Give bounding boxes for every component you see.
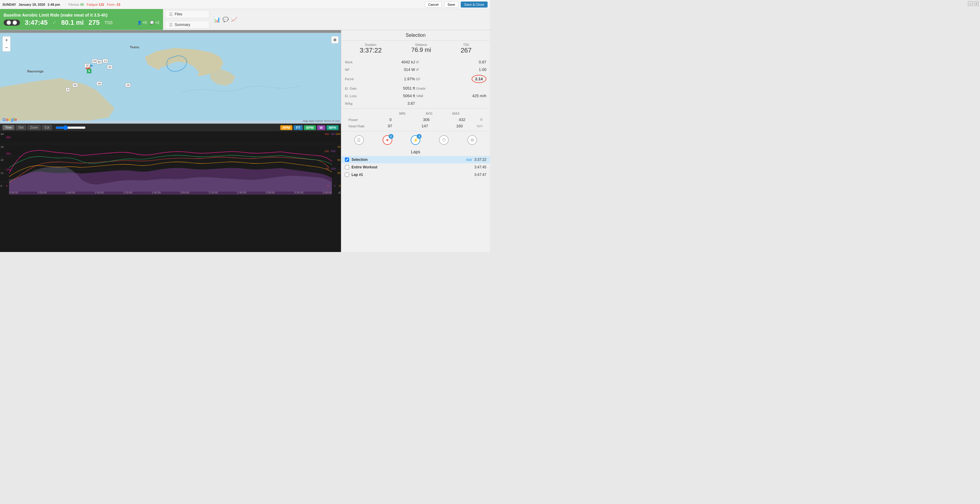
resize-handle[interactable]: ◢ (337, 190, 340, 194)
x-label-20: 0:20:00 (38, 191, 47, 194)
y-label-300: 300 (6, 136, 11, 139)
kudos-icon: 👤 (137, 21, 142, 25)
layer-button[interactable]: ⊞ (331, 36, 339, 43)
chart-toolbar: Time Dist Zoom Cut RPM FT BPM W MPH (0, 124, 341, 131)
ef-metric: EF 2.14 (416, 74, 487, 84)
chart-slider[interactable] (56, 125, 86, 130)
x-label-80: 1:20:00 (123, 191, 132, 194)
y-right-656: 656 (331, 150, 336, 153)
rpm-tag[interactable]: RPM (280, 125, 293, 130)
y-right-25: 25 (336, 171, 340, 174)
lap1-checkbox[interactable] (345, 172, 349, 177)
summary-icon: ☰ (169, 22, 173, 27)
distance-stat: Distance 76.9 mi (411, 43, 431, 54)
laps-title: Laps (341, 148, 490, 156)
selection-lap-time: 3:37:22 (474, 158, 486, 162)
summary-button[interactable]: ☰ Summary (165, 21, 209, 29)
main-stats-row: Duration 3:37:22 Distance 76.9 mi TSS 26… (341, 41, 490, 57)
y-right-100-3: 100 (336, 132, 340, 136)
y-right-75: 75 (336, 145, 340, 148)
form-value: -15 (116, 3, 120, 6)
bolt-icon-btn[interactable]: ⚡ 3 (410, 135, 420, 145)
time-label: 1:48 pm (48, 3, 60, 6)
zoom-in-button[interactable]: + (3, 37, 10, 44)
start-marker: S (87, 69, 91, 73)
files-icon: ☰ (169, 12, 173, 17)
save-button[interactable]: Save (444, 2, 458, 8)
gear-icon: ⚙ (468, 135, 477, 145)
gear-icon-btn[interactable]: ⚙ (468, 135, 477, 145)
y-right-50: 50 (336, 158, 340, 161)
fitness-label: Fitness (68, 3, 79, 6)
y-right-50: 50 (325, 167, 329, 170)
header-tss: 275 (88, 19, 100, 27)
cancel-button[interactable]: Cancel (425, 2, 442, 8)
x-label-120: 2:00:00 (180, 191, 189, 194)
zoom-button[interactable]: Zoom (27, 125, 41, 130)
bar-chart-icon[interactable]: 📊 (214, 16, 220, 23)
form-label: Form (107, 3, 115, 6)
entire-workout-row[interactable]: Entire Workout 3:47:45 (341, 164, 490, 171)
lap1-row[interactable]: Lap #1 3:47:47 (341, 171, 490, 179)
y-label-11: 11 (1, 171, 4, 174)
label-56: 56 (72, 83, 78, 87)
selection-title: Selection (341, 30, 490, 41)
entire-workout-label: Entire Workout (352, 165, 474, 169)
cut-button[interactable]: Cut (42, 125, 52, 130)
toggle-icon[interactable] (4, 20, 20, 26)
selection-lap-row[interactable]: Selection Add 3:37:22 (341, 156, 490, 164)
if2-metric: IF 1.00 (416, 66, 487, 73)
duration-stat: Duration 3:37:22 (360, 43, 382, 54)
label-80: 80 (97, 60, 102, 64)
x-label-0: 0:00:00 (9, 191, 18, 194)
kudos-badge: 👤 ×5 (137, 21, 147, 25)
add-button[interactable]: Add (466, 158, 472, 161)
clock-icon-btn[interactable]: ⏱ (439, 135, 449, 145)
zoom-controls[interactable]: + − (2, 36, 11, 52)
date-label: January 19, 2020 (18, 3, 45, 6)
x-label-160: 2:40:00 (237, 191, 246, 194)
save-close-button[interactable]: Save & Close (461, 2, 488, 8)
place-naunonga: Naunonga (27, 69, 43, 73)
label-16: 16 (125, 83, 130, 87)
if-metric: IF 0.87 (416, 59, 487, 65)
wkg-metric: W/kg 3.87 (345, 100, 415, 107)
zoom-out-button[interactable]: − (3, 44, 10, 51)
hr-stats-row: Heart Rate 97 147 160 bpm (345, 123, 486, 129)
comment-icon[interactable]: 💬 (223, 17, 229, 22)
files-button[interactable]: ☰ Files (165, 10, 209, 18)
y-right-100: 100 (325, 150, 329, 153)
selection-lap-label: Selection (352, 158, 466, 162)
work-metric: Work 4042 kJ (345, 59, 415, 65)
y-right-328: 328 (331, 167, 336, 170)
mph-tag[interactable]: MPH (326, 125, 339, 130)
ft-tag[interactable]: FT (294, 125, 302, 130)
dist-button[interactable]: Dist (16, 125, 26, 130)
label-48: 48 (97, 81, 102, 86)
label-32: 32 (84, 63, 90, 68)
w-tag[interactable]: W (317, 125, 325, 130)
y-label-33: 33 (1, 145, 4, 148)
heart-icon-btn[interactable]: ♥ 2 (383, 135, 392, 145)
notes-icon-btn[interactable]: ☰ (354, 135, 364, 145)
y-right-150: 150 (325, 132, 329, 136)
x-label-220: 3:40:00 (323, 191, 332, 194)
stats-table-header: MIN AVG MAX (345, 110, 486, 116)
y-right-984: 984 (331, 132, 336, 136)
comments-badge: 💬 ×2 (150, 21, 159, 25)
label-40: 40 (107, 65, 113, 69)
performance-chart: 44 33 22 11 0 300 200 100 0 150 100 (0, 131, 341, 195)
trend-icon[interactable]: 📈 (231, 17, 237, 22)
label-8: 8 (66, 88, 70, 92)
time-button[interactable]: Time (2, 125, 14, 130)
bpm-tag[interactable]: BPM (304, 125, 316, 130)
fatigue-label: Fatigue (87, 3, 98, 6)
selection-checkbox[interactable] (345, 158, 349, 162)
y-label-0-2: 0 (6, 184, 11, 187)
x-label-100: 1:40:00 (152, 191, 161, 194)
clock-icon: ⏱ (439, 135, 449, 145)
activity-title: Baseline Aerobic Limit Ride (make meat o… (4, 13, 159, 18)
route-arrow: ▶ (91, 63, 93, 68)
power-stats-row: Power 0 306 432 W (345, 116, 486, 123)
entire-workout-checkbox[interactable] (345, 165, 349, 169)
